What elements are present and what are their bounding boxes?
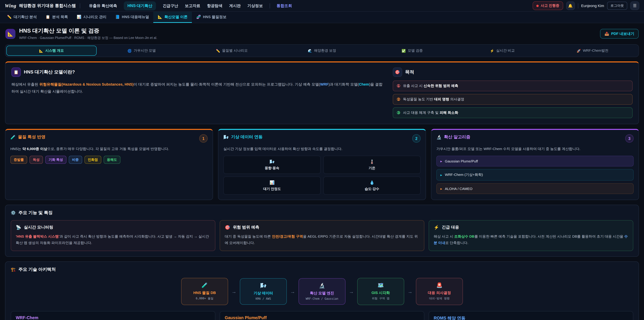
- weather-cell-wind: 🌬️ 풍향·풍속: [224, 156, 321, 174]
- tab-system-overview[interactable]: 📐 시스템 개요: [6, 46, 96, 56]
- clipboard-icon: 📋: [46, 15, 50, 19]
- incident-status-badge[interactable]: 사고 진행중: [533, 1, 563, 10]
- subnav-hns-substance-info[interactable]: 🧬 HNS 물질정보: [192, 12, 231, 23]
- flow-node-gis-visualization: 🗺️ GIS 시각화 위험 구역 맵: [357, 278, 404, 305]
- algo-aloha-cameo[interactable]: ▸ ALOHA / CAMEO: [436, 183, 634, 194]
- material-card-text: HNS는 약 6,000종 이상으로, 종류가 매우 다양합니다. 각 물질의 …: [10, 146, 208, 152]
- nav-integrated-search[interactable]: 통합조회: [276, 3, 292, 8]
- page-triangle-ruler-icon: 📐: [5, 29, 16, 39]
- pen-icon: ✏️: [216, 49, 220, 53]
- step-number-badge: 2: [412, 134, 420, 143]
- divider: [578, 3, 578, 8]
- intro-section: 📋 HNS 대기확산 모델이란? 해상에서 유출된 위험유해물질(Hazardo…: [5, 61, 639, 124]
- tech-card-wrf-chem: WRF-Chem 기상 예측 모델(WRF)과 대기화학 모델(Chem)을 결…: [11, 311, 215, 320]
- chevron-right-icon: ▸: [440, 173, 442, 177]
- pdf-export-label: PDF 내보내기: [611, 31, 634, 36]
- subnav-scenario-management[interactable]: 📊 시나리오 관리: [72, 12, 111, 23]
- nav-emergency-rescue[interactable]: 긴급구난: [163, 3, 178, 8]
- flow-node-decision: 🚨 대응 의사결정 대피·방제 명령: [416, 278, 463, 305]
- notifications-button[interactable]: 🔔: [566, 1, 575, 10]
- wave-icon: 🌊: [308, 49, 312, 53]
- dna-icon: 🧬: [196, 15, 201, 19]
- weather-card-title: 🌬️ 기상 데이터 연동: [224, 134, 263, 140]
- lightning-icon: ⚡: [434, 225, 439, 230]
- user-name: Eunjeong Kim: [581, 4, 604, 8]
- step-number-badge: 1: [199, 134, 208, 143]
- wind-icon: 🌬️: [244, 282, 283, 289]
- test-tube-icon: 🧪: [10, 135, 16, 140]
- subnav-air-diffusion-analysis[interactable]: ✏️ 대기확산 분석: [3, 12, 41, 23]
- arrow-right-icon: →: [349, 289, 354, 294]
- flow-node-hns-db: 🧪 HNS 물질 DB 6,000+ 물질: [181, 278, 228, 305]
- app-logo[interactable]: Wing: [5, 3, 16, 9]
- nav-hns-air-diffusion[interactable]: HNS·대기확산: [124, 1, 156, 10]
- tab-realtime-comparison[interactable]: ⚡ 실시간 비교: [457, 46, 548, 56]
- algo-wrf-chem[interactable]: ▸ WRF-Chem (기상+화학): [436, 169, 634, 181]
- feature-emergency-response: ⚡ 긴급 대응 해상 사고 시 조화상수 DB를 이용한 빠른 예측 기술을 포…: [429, 220, 633, 251]
- bar-chart-icon: 📊: [77, 15, 81, 19]
- logout-button[interactable]: 로그아웃: [607, 2, 627, 10]
- subnav-label: HNS 대응매뉴얼: [122, 15, 149, 20]
- hl-harmony-db: 조화상수 DB: [454, 234, 474, 238]
- subnav-label: 확산모델 이론: [164, 15, 188, 20]
- diffusion-algorithm-card: 🔬 확산 알고리즘 3 가우시안 플룸/퍼프 모델 또는 WRF-Chem 수치…: [431, 129, 639, 200]
- tab-substance-scenarios[interactable]: ✏️ 물질별 시나리오: [187, 46, 277, 56]
- topbar: Wing 해양환경 위기대응 통합시스템 유출유 확산예측 HNS·대기확산 긴…: [0, 0, 644, 12]
- hl-zones: 안전/경고/위험 구역: [272, 234, 303, 238]
- wind-icon: 🌬️: [270, 160, 274, 164]
- subnav-hns-response-manual[interactable]: 📘 HNS 대응매뉴얼: [111, 12, 154, 23]
- rocket-icon: 🚀: [576, 49, 581, 53]
- nav-weather-info[interactable]: 기상정보: [247, 3, 263, 8]
- droplet-icon: 💧: [370, 180, 374, 185]
- architecture-section-header: 🏗️ 주요 기술 아키텍처: [11, 266, 633, 272]
- arrow-right-icon: →: [290, 289, 295, 294]
- number-1-icon: ①: [397, 84, 400, 88]
- flow-node-model-engine: 🔬 확산 모델 엔진 WRF-Chem / Gaussian: [298, 278, 346, 305]
- triangle-ruler-icon: 📐: [39, 49, 43, 53]
- hl-blackbox-system: 'HNS 유출 블랙박스 시스템': [16, 234, 60, 238]
- architecture-flow: 🧪 HNS 물질 DB 6,000+ 물질 → 🌬️ 기상 데이터 KMA / …: [11, 278, 633, 305]
- subnav-diffusion-model-theory[interactable]: 📐 확산모델 이론: [154, 12, 192, 23]
- intro-definition: 📋 HNS 대기확산 모델이란? 해상에서 유출된 위험유해물질(Hazardo…: [12, 68, 383, 118]
- pdf-export-button[interactable]: 📤 PDF 내보내기: [600, 29, 639, 39]
- model-components-row: 🧪 물질 특성 반영 1 HNS는 약 6,000종 이상으로, 종류가 매우 …: [5, 129, 639, 200]
- siren-icon: 🚨: [420, 282, 459, 288]
- tech-cards: WRF-Chem 기상 예측 모델(WRF)과 대기화학 모델(Chem)을 결…: [11, 311, 633, 320]
- weather-cell-humidity: 💧 습도·강수: [323, 177, 420, 195]
- tab-wrf-chem-advance[interactable]: 🚀 WRF-Chem발전: [548, 46, 638, 56]
- number-2-icon: ②: [397, 97, 400, 102]
- target-icon: 🎯: [225, 225, 230, 230]
- key-features-section: ⚙️ 주요 기능 및 특징 📡 실시간 모니터링 'HNS 유출 블랙박스 시스…: [5, 205, 639, 257]
- page-subtitle: WRF-Chem · Gaussian Plume/Puff · ROMS · …: [19, 36, 157, 40]
- subnav-analysis-list[interactable]: 📋 분석 목록: [41, 12, 72, 23]
- page-header: 📐 HNS 대기확산 모델 이론 및 검증 WRF-Chem · Gaussia…: [0, 23, 644, 44]
- tech-card-roms: ROMS 해양 연동 Regional Ocean Modeling Syste…: [429, 311, 633, 320]
- flow-node-weather-data: 🌬️ 기상 데이터 KMA / AWS: [240, 278, 287, 305]
- hamburger-icon: ☰: [633, 3, 636, 8]
- tag-evaporation: 증발률: [10, 156, 27, 164]
- test-tube-icon: 🧪: [185, 282, 224, 288]
- nav-board[interactable]: 게시판: [229, 3, 241, 8]
- chevron-right-icon: ▸: [440, 159, 442, 163]
- tab-gaussian-model[interactable]: 🌀 가우시안 모델: [96, 46, 187, 56]
- material-properties-card: 🧪 물질 특성 반영 1 HNS는 약 6,000종 이상으로, 종류가 매우 …: [5, 129, 213, 200]
- tag-vaporization: 기화 특성: [45, 156, 66, 164]
- topbar-left: Wing 해양환경 위기대응 통합시스템 유출유 확산예측 HNS·대기확산 긴…: [5, 1, 292, 10]
- cyclone-icon: 🌀: [128, 49, 132, 53]
- tag-specific-gravity: 비중: [69, 156, 82, 164]
- tab-model-validation[interactable]: ✅ 모델 검증: [367, 46, 457, 56]
- export-icon: 📤: [604, 32, 609, 36]
- tag-toxicity: 독성: [30, 156, 43, 164]
- hl-hns: 위험유해물질(Hazardous & Noxious Substances, H…: [39, 82, 134, 86]
- architecture-section: 🏗️ 주요 기술 아키텍처 🧪 HNS 물질 DB 6,000+ 물질 → 🌬️…: [5, 261, 639, 320]
- algo-gaussian-plume-puff[interactable]: ▸ Gaussian Plume/Puff: [436, 156, 634, 167]
- purpose-item-3: ③ 사고 대응 체계 구축 및 피해 최소화: [392, 107, 632, 118]
- hl-chem: Chem: [359, 82, 369, 86]
- subnav-label: 대기확산 분석: [14, 15, 37, 20]
- nav-report-data[interactable]: 보고자료: [185, 3, 200, 8]
- hamburger-menu-button[interactable]: ☰: [630, 1, 639, 10]
- tab-marine-environment-correction[interactable]: 🌊 해양환경 보정: [277, 46, 367, 56]
- nav-oil-spill-prediction[interactable]: 유출유 확산예측: [89, 3, 117, 8]
- subnav-label: HNS 물질정보: [203, 15, 226, 20]
- nav-aerial-search[interactable]: 항공탐색: [207, 3, 222, 8]
